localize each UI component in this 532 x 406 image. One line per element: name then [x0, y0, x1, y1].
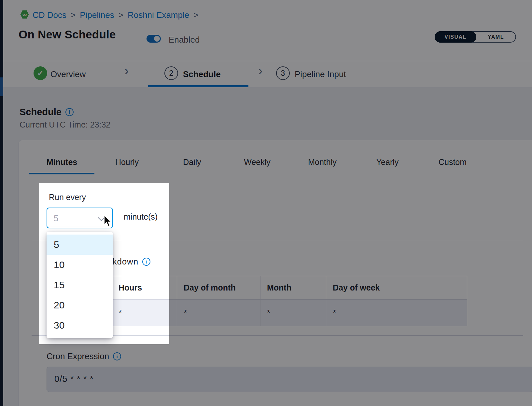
- step3-number-badge: 3: [276, 66, 290, 80]
- toggle-knob: [154, 36, 160, 42]
- enabled-toggle[interactable]: [147, 35, 161, 43]
- breadcrumb-separator: >: [71, 10, 76, 20]
- breadcrumb-separator: >: [193, 10, 198, 20]
- cell-month: *: [260, 300, 326, 326]
- yaml-mode-button[interactable]: YAML: [476, 32, 515, 42]
- page-title: On New Schedule: [19, 28, 116, 41]
- tab-minutes[interactable]: Minutes: [29, 157, 94, 167]
- mouse-cursor-icon: [103, 215, 115, 228]
- info-glyph: i: [117, 354, 118, 359]
- active-tab-underline: [29, 173, 94, 174]
- col-month: Month: [260, 276, 326, 300]
- info-icon[interactable]: i: [65, 108, 74, 116]
- info-glyph: i: [146, 259, 147, 264]
- col-hours: Hours: [112, 276, 177, 300]
- info-icon[interactable]: i: [142, 258, 150, 266]
- option-15[interactable]: 15: [47, 275, 113, 295]
- selected-interval-value: 5: [54, 213, 58, 223]
- interval-options-dropdown: 5 10 15 20 30: [47, 232, 113, 338]
- breadcrumb-link-project[interactable]: CD Docs: [33, 10, 66, 20]
- breadcrumb: CD Docs > Pipelines > Roshni Example >: [33, 10, 198, 20]
- tab-custom[interactable]: Custom: [420, 157, 485, 167]
- breadcrumb-separator: >: [119, 10, 123, 20]
- current-utc-time: Current UTC Time: 23:32: [20, 120, 110, 129]
- cell-hours: *: [112, 300, 177, 326]
- cell-day-of-month: *: [177, 300, 260, 326]
- breadcrumb-link-pipelines[interactable]: Pipelines: [80, 10, 114, 20]
- option-20[interactable]: 20: [47, 295, 113, 315]
- tab-monthly[interactable]: Monthly: [290, 157, 355, 167]
- step-schedule[interactable]: Schedule: [183, 69, 221, 79]
- active-step-underline: [148, 85, 248, 87]
- step3-number: 3: [281, 69, 285, 78]
- step-complete-check-icon: ✓: [34, 66, 47, 80]
- cron-expression-input[interactable]: 0/5 * * * *: [47, 367, 532, 392]
- tab-daily[interactable]: Daily: [160, 157, 225, 167]
- tab-weekly[interactable]: Weekly: [225, 157, 290, 167]
- step-chevron-icon: ›: [258, 64, 262, 77]
- option-5[interactable]: 5: [47, 235, 113, 255]
- step-chevron-icon: ›: [124, 64, 129, 77]
- schedule-section-title: Schedule i: [20, 107, 74, 117]
- step-pipeline-input[interactable]: Pipeline Input: [295, 69, 346, 79]
- tab-yearly[interactable]: Yearly: [355, 157, 420, 167]
- step2-number-badge: 2: [164, 66, 178, 80]
- run-every-label: Run every: [49, 193, 86, 202]
- step2-number: 2: [169, 69, 174, 78]
- col-day-of-week: Day of week: [326, 276, 467, 300]
- frequency-tabs: Minutes Hourly Daily Weekly Monthly Year…: [29, 157, 485, 167]
- col-day-of-month: Day of month: [177, 276, 260, 300]
- info-glyph: i: [69, 109, 70, 115]
- schedule-heading-text: Schedule: [20, 107, 62, 117]
- enabled-label: Enabled: [169, 35, 200, 45]
- left-nav-rail: [0, 0, 3, 406]
- info-icon[interactable]: i: [113, 352, 121, 360]
- step-overview[interactable]: Overview: [50, 69, 86, 79]
- visual-mode-button[interactable]: VISUAL: [435, 31, 476, 43]
- infinity-glyph: ∞: [22, 11, 27, 18]
- breadcrumb-link-pipeline[interactable]: Roshni Example: [128, 10, 189, 20]
- cron-expression-label: Cron Expression i: [47, 351, 121, 361]
- tab-hourly[interactable]: Hourly: [94, 157, 160, 167]
- option-10[interactable]: 10: [47, 255, 113, 275]
- nav-active-indicator: [0, 77, 3, 96]
- visual-yaml-switch: VISUAL YAML: [435, 31, 516, 43]
- option-30[interactable]: 30: [47, 315, 113, 335]
- cell-day-of-week: *: [326, 300, 467, 326]
- minutes-unit-label: minute(s): [124, 212, 158, 222]
- cron-expression-value: 0/5 * * * *: [54, 374, 94, 384]
- check-glyph: ✓: [37, 69, 44, 78]
- cron-expression-text: Cron Expression: [47, 351, 109, 361]
- trigger-schedule-page: ∞ CD Docs > Pipelines > Roshni Example >…: [0, 0, 532, 406]
